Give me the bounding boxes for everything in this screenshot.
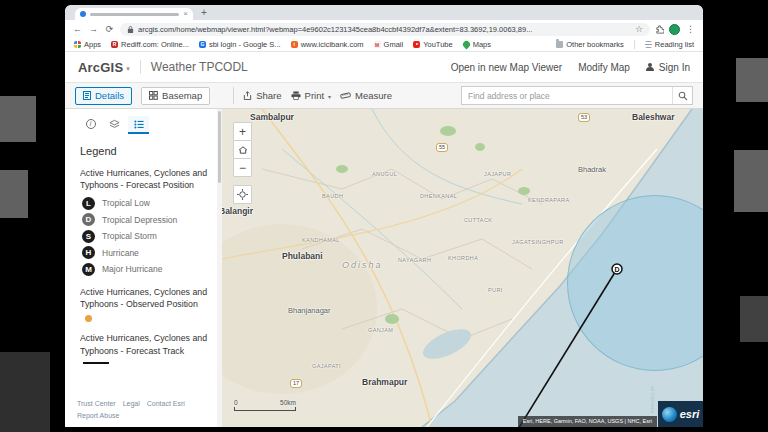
measure-button[interactable]: Measure bbox=[340, 90, 392, 101]
address-bar[interactable]: arcgis.com/home/webmap/viewer.html?webma… bbox=[120, 23, 650, 36]
tab-legend[interactable] bbox=[128, 116, 149, 134]
legend-item-tropical-storm: S Tropical Storm bbox=[82, 230, 210, 243]
map-label-puri: PURI bbox=[488, 287, 503, 293]
esri-logo[interactable]: POWERED BY esri bbox=[658, 401, 703, 427]
gmail-favicon: M bbox=[374, 41, 381, 48]
legend-item-label: Tropical Depression bbox=[102, 215, 177, 225]
back-icon[interactable]: ← bbox=[72, 24, 83, 34]
legend-section-heading: Active Hurricanes, Cyclones and Typhoons… bbox=[80, 167, 210, 192]
map-label-53: 53 bbox=[578, 113, 590, 122]
legal-link[interactable]: Legal bbox=[123, 400, 140, 407]
desktop-background: × + ← → ⟳ arcgis.com/home/webmap/viewer.… bbox=[0, 0, 768, 432]
open-in-new-map-viewer-link[interactable]: Open in new Map Viewer bbox=[451, 62, 563, 73]
bookmark-star-icon[interactable]: ☆ bbox=[635, 25, 643, 34]
map-label-cuttack: CUTTACK bbox=[464, 217, 492, 223]
map-label-brahmapur: Brahmapur bbox=[362, 377, 407, 387]
arcgis-logo[interactable]: ArcGIS bbox=[78, 60, 123, 75]
tab-close-icon[interactable]: × bbox=[183, 10, 188, 18]
google-favicon: G bbox=[199, 41, 206, 48]
scrollbar-thumb[interactable] bbox=[218, 111, 221, 183]
forecast-track-icon bbox=[83, 362, 109, 364]
bookmark-apps[interactable]: Apps bbox=[74, 40, 101, 49]
new-tab-button[interactable]: + bbox=[201, 7, 207, 18]
url-text[interactable]: arcgis.com/home/webmap/viewer.html?webma… bbox=[138, 25, 631, 34]
map-attribution: Esri, HERE, Garmin, FAO, NOAA, USGS | NH… bbox=[518, 416, 657, 427]
tab-about[interactable]: i bbox=[80, 116, 101, 134]
tab-title-placeholder bbox=[90, 13, 179, 16]
reading-list-icon bbox=[645, 41, 652, 48]
search-submit-button[interactable] bbox=[672, 87, 692, 104]
details-panel: i Legend Active Hurricanes, Cyclones and… bbox=[65, 109, 222, 427]
contact-esri-link[interactable]: Contact Esri bbox=[147, 400, 185, 407]
trust-center-link[interactable]: Trust Center bbox=[77, 400, 116, 407]
details-label: Details bbox=[95, 90, 124, 101]
profile-avatar[interactable] bbox=[669, 24, 680, 35]
background-window-fragment bbox=[740, 296, 768, 342]
esri-wordmark: esri bbox=[680, 408, 700, 420]
report-abuse-link[interactable]: Report Abuse bbox=[77, 412, 119, 419]
modify-map-link[interactable]: Modify Map bbox=[578, 62, 630, 73]
bookmark-gmail[interactable]: M Gmail bbox=[374, 40, 404, 49]
panel-tabs: i bbox=[80, 116, 210, 134]
home-button[interactable] bbox=[233, 140, 252, 159]
toolbar-divider bbox=[233, 87, 234, 104]
share-button[interactable]: Share bbox=[243, 90, 281, 101]
bookmark-youtube[interactable]: YouTube bbox=[413, 40, 452, 49]
print-button[interactable]: Print ▾ bbox=[291, 90, 332, 101]
chevron-down-icon[interactable]: ▾ bbox=[126, 65, 130, 73]
map-label-jajapur: JAJAPUR bbox=[484, 171, 511, 177]
legend-item-label: Hurricane bbox=[102, 248, 139, 258]
map-title: Weather TPCODL bbox=[151, 60, 248, 74]
map-label-kendrapara: KENDRAPARA bbox=[528, 197, 570, 203]
zoom-in-button[interactable]: + bbox=[233, 122, 252, 141]
map-label-jagatsinghpur: JAGATSINGHPUR bbox=[512, 239, 564, 245]
legend-list-icon bbox=[134, 120, 144, 129]
bookmark-label: www.icicibank.com bbox=[301, 40, 364, 49]
tab-content[interactable] bbox=[104, 116, 125, 134]
print-caret-icon: ▾ bbox=[328, 93, 331, 100]
legend-item-hurricane: H Hurricane bbox=[82, 246, 210, 259]
search-input[interactable] bbox=[462, 87, 672, 104]
basemap-button[interactable]: Basemap bbox=[141, 87, 210, 105]
scale-line bbox=[234, 407, 296, 411]
map-label-bhadrak: Bhadrak bbox=[578, 165, 606, 174]
map-label-nayagarh: NAYAGARH bbox=[398, 257, 431, 263]
details-button[interactable]: Details bbox=[75, 87, 132, 105]
search-box bbox=[461, 86, 693, 105]
esri-globe-icon bbox=[662, 407, 677, 422]
browser-menu-icon[interactable]: ⋮ bbox=[685, 24, 696, 34]
map-label-phulabani: Phulabani bbox=[282, 251, 323, 261]
bookmark-label: YouTube bbox=[423, 40, 452, 49]
scale-zero-label: 0 bbox=[234, 399, 238, 406]
forecast-track-line bbox=[512, 269, 617, 427]
sign-in-link[interactable]: Sign In bbox=[646, 62, 690, 73]
maps-pin-icon bbox=[461, 40, 471, 50]
basemap-grid-icon bbox=[149, 91, 158, 100]
bookmark-label: Apps bbox=[84, 40, 101, 49]
map-canvas[interactable]: D SambalpurBaleshwarBhadrakBalangirPhula… bbox=[222, 109, 703, 427]
print-icon bbox=[291, 91, 301, 100]
bookmark-icici[interactable]: i www.icicibank.com bbox=[291, 40, 364, 49]
legend-section-heading: Active Hurricanes, Cyclones and Typhoons… bbox=[80, 286, 210, 311]
bookmark-rediff[interactable]: R Rediff.com: Online... bbox=[111, 40, 189, 49]
bookmark-maps[interactable]: Maps bbox=[463, 40, 491, 49]
forward-icon[interactable]: → bbox=[88, 24, 99, 34]
browser-tab[interactable]: × bbox=[75, 8, 193, 20]
reload-icon[interactable]: ⟳ bbox=[104, 24, 115, 34]
observed-position-icon bbox=[85, 315, 92, 322]
other-bookmarks-button[interactable]: Other bookmarks bbox=[556, 40, 624, 49]
folder-icon bbox=[556, 41, 563, 48]
extensions-icon[interactable] bbox=[655, 25, 664, 34]
home-icon bbox=[238, 145, 248, 155]
browser-tab-strip: × + bbox=[65, 5, 703, 20]
bookmark-sbi-login[interactable]: G sbi login - Google S... bbox=[199, 40, 281, 49]
zoom-out-button[interactable]: − bbox=[233, 158, 252, 177]
basemap-label: Basemap bbox=[162, 90, 202, 101]
tropical-low-icon: L bbox=[82, 197, 95, 210]
measure-ruler-icon bbox=[340, 91, 351, 100]
reading-list-button[interactable]: Reading list bbox=[645, 40, 694, 49]
locate-icon bbox=[237, 189, 248, 200]
apps-grid-icon bbox=[74, 41, 81, 48]
locate-button[interactable] bbox=[233, 185, 252, 204]
map-label-baleshwar: Baleshwar bbox=[632, 112, 675, 122]
